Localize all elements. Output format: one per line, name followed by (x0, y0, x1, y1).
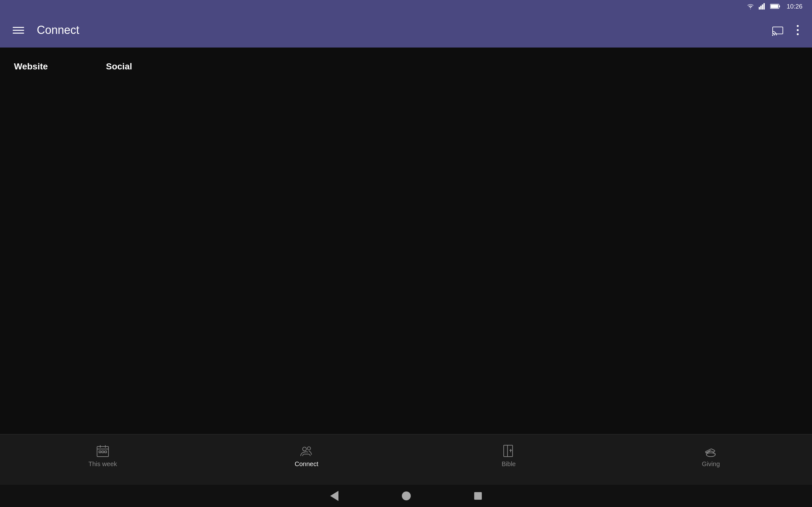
more-button[interactable] (793, 21, 803, 39)
svg-rect-21 (504, 445, 513, 457)
social-card-label: Social (105, 61, 187, 72)
svg-point-8 (772, 35, 773, 36)
home-icon (402, 492, 411, 500)
hamburger-button[interactable] (9, 24, 27, 37)
status-bar: 10:26 (0, 0, 812, 13)
nav-item-giving[interactable]: Giving (686, 441, 736, 471)
cast-icon (772, 24, 783, 36)
home-button[interactable] (402, 492, 411, 500)
website-card[interactable]: Website (13, 57, 95, 72)
hamburger-line-3 (13, 33, 24, 34)
svg-rect-0 (759, 7, 760, 9)
status-icons: 10:26 (746, 3, 803, 10)
svg-rect-6 (770, 5, 778, 8)
system-nav (0, 485, 812, 507)
nav-label-this-week: This week (89, 460, 117, 468)
nav-item-bible[interactable]: Bible (484, 441, 534, 471)
back-button[interactable] (330, 491, 339, 501)
svg-rect-3 (763, 3, 765, 9)
svg-rect-16 (99, 451, 101, 453)
main-content: Website (0, 48, 812, 456)
app-bar: Connect (0, 13, 812, 48)
nav-label-giving: Giving (702, 460, 720, 468)
recent-button[interactable] (474, 492, 482, 500)
calendar-icon (96, 444, 110, 458)
svg-rect-1 (760, 6, 762, 9)
website-card-label: Website (13, 61, 95, 72)
nav-item-connect[interactable]: Connect (281, 441, 332, 471)
svg-rect-18 (105, 451, 107, 453)
people-icon (299, 444, 313, 458)
wifi-icon (746, 3, 755, 9)
app-title: Connect (37, 23, 769, 37)
recent-icon (474, 492, 482, 500)
hamburger-line-1 (13, 27, 24, 28)
svg-rect-2 (762, 4, 763, 9)
app-bar-actions (769, 21, 803, 39)
nav-label-connect: Connect (295, 460, 318, 468)
cards-grid: Website (13, 57, 799, 72)
svg-rect-17 (102, 451, 104, 453)
book-icon (502, 444, 516, 458)
svg-point-20 (307, 447, 310, 450)
more-vert-icon (796, 24, 799, 36)
social-card[interactable]: Social (105, 57, 187, 72)
status-time: 10:26 (786, 3, 803, 10)
svg-point-11 (797, 33, 799, 35)
svg-point-10 (797, 29, 799, 31)
cast-button[interactable] (769, 21, 786, 39)
battery-icon (770, 3, 780, 9)
svg-rect-5 (779, 5, 780, 7)
signal-icon (759, 3, 766, 9)
svg-point-19 (303, 447, 306, 451)
hamburger-line-2 (13, 30, 24, 31)
bottom-nav: This week Connect Bible (0, 434, 812, 485)
svg-point-9 (797, 25, 799, 27)
nav-label-bible: Bible (502, 460, 515, 468)
nav-item-this-week[interactable]: This week (76, 441, 130, 471)
back-icon (330, 491, 339, 501)
giving-icon (704, 444, 718, 458)
svg-point-26 (706, 453, 715, 457)
svg-rect-7 (773, 27, 783, 34)
